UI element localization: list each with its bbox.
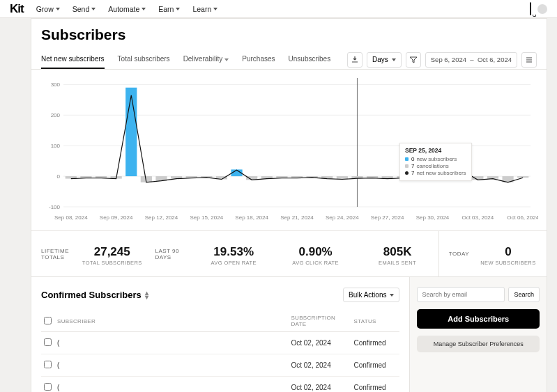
nav-learn[interactable]: Learn [192, 5, 218, 13]
col-date: SUBSCRIPTION DATE [288, 311, 351, 332]
nav-automate[interactable]: Automate [108, 5, 146, 13]
chevron-down-icon [142, 8, 146, 10]
menu-icon[interactable] [521, 52, 537, 68]
svg-rect-11 [125, 88, 137, 176]
svg-text:Sep 18, 2024: Sep 18, 2024 [235, 214, 268, 221]
tab-total-subscribers[interactable]: Total subscribers [118, 50, 170, 69]
svg-text:Sep 09, 2024: Sep 09, 2024 [100, 214, 133, 221]
stat-emails-sent: 805KEMAILS SENT [356, 242, 438, 266]
svg-text:Sep 30, 2024: Sep 30, 2024 [416, 214, 450, 221]
download-icon[interactable] [347, 52, 363, 68]
nav-send[interactable]: Send [73, 5, 96, 13]
svg-text:Sep 12, 2024: Sep 12, 2024 [145, 214, 178, 221]
svg-rect-41 [517, 176, 528, 178]
tabs-row: Net new subscribersTotal subscribersDeli… [31, 43, 547, 70]
tooltip-row: 0new subscribers [405, 156, 466, 162]
svg-text:Sep 27, 2024: Sep 27, 2024 [371, 214, 404, 221]
notifications-icon[interactable] [530, 3, 531, 15]
brand-logo[interactable]: Kit [10, 2, 24, 16]
stat-open-rate: 19.53%AVG OPEN RATE [192, 242, 274, 266]
stats-row: LIFETIME TOTALS 27,245 TOTAL SUBSCRIBERS… [31, 230, 547, 276]
chart-container: -1000100200300Sep 08, 2024Sep 09, 2024Se… [31, 70, 547, 230]
confirmed-subscribers-title[interactable]: Confirmed Subscribers ▴▾ [41, 290, 148, 300]
select-all-checkbox[interactable] [44, 317, 52, 324]
page-title: Subscribers [41, 26, 537, 43]
manage-preferences-button[interactable]: Manage Subscriber Preferences [417, 336, 540, 352]
svg-text:100: 100 [51, 143, 61, 149]
granularity-select[interactable]: Days [367, 52, 402, 68]
sort-icon: ▴▾ [145, 291, 148, 299]
stat-total-subscribers: 27,245 TOTAL SUBSCRIBERS [79, 242, 145, 266]
svg-text:-100: -100 [49, 204, 61, 210]
stat-today-new: 0NEW SUBSCRIBERS [470, 242, 547, 266]
col-subscriber: SUBSCRIBER [54, 311, 288, 332]
search-input[interactable] [417, 287, 505, 302]
nav-grow[interactable]: Grow [36, 5, 60, 13]
stat-click-rate: 0.90%AVG CLICK RATE [275, 242, 356, 266]
chevron-down-icon [213, 8, 218, 10]
chevron-down-icon [176, 8, 180, 10]
table-row[interactable]: (Oct 02, 2024Confirmed [41, 332, 399, 354]
today-label: TODAY [439, 251, 470, 257]
nav-earn[interactable]: Earn [158, 5, 180, 13]
svg-text:Sep 15, 2024: Sep 15, 2024 [190, 214, 224, 221]
tab-unsubscribes[interactable]: Unsubscribes [289, 50, 331, 69]
chevron-down-icon [91, 8, 96, 10]
tab-net-new-subscribers[interactable]: Net new subscribers [41, 50, 105, 69]
svg-text:0: 0 [57, 173, 61, 180]
filter-icon[interactable] [406, 52, 421, 68]
tooltip-row: 7net new subscribers [405, 170, 466, 176]
avatar[interactable] [537, 4, 547, 14]
svg-text:Oct 06, 2024: Oct 06, 2024 [507, 214, 538, 221]
date-range-picker[interactable]: Sep 6, 2024 – Oct 6, 2024 [425, 52, 517, 68]
table-row[interactable]: (Oct 02, 2024Confirmed [41, 377, 399, 393]
tab-deliverability[interactable]: Deliverability [183, 50, 229, 69]
chevron-down-icon [56, 8, 60, 10]
top-nav: Kit Grow Send Automate Earn Learn [0, 0, 557, 18]
chart-tooltip: SEP 25, 2024 0new subscribers7cancellati… [399, 143, 472, 181]
search-button[interactable]: Search [508, 287, 540, 302]
tab-purchases[interactable]: Purchases [242, 50, 275, 69]
svg-text:Sep 08, 2024: Sep 08, 2024 [54, 214, 88, 221]
lifetime-label: LIFETIME TOTALS [31, 248, 79, 260]
svg-text:Sep 24, 2024: Sep 24, 2024 [326, 214, 359, 221]
tooltip-row: 7cancellations [405, 163, 466, 169]
main-panel: Subscribers Net new subscribersTotal sub… [31, 18, 547, 392]
last90-label: LAST 90 DAYS [145, 248, 192, 260]
subscribers-table: SUBSCRIBER SUBSCRIPTION DATE STATUS (Oct… [41, 311, 399, 392]
row-checkbox[interactable] [44, 338, 52, 346]
chevron-down-icon [224, 58, 229, 61]
col-status: STATUS [351, 311, 399, 332]
row-checkbox[interactable] [44, 383, 52, 391]
table-row[interactable]: (Oct 02, 2024Confirmed [41, 354, 399, 377]
svg-text:Oct 03, 2024: Oct 03, 2024 [461, 214, 494, 221]
svg-text:200: 200 [51, 112, 61, 118]
svg-text:300: 300 [51, 81, 61, 88]
svg-text:Sep 21, 2024: Sep 21, 2024 [280, 214, 314, 221]
add-subscribers-button[interactable]: Add Subscribers [417, 309, 540, 329]
row-checkbox[interactable] [44, 361, 52, 368]
bulk-actions-dropdown[interactable]: Bulk Actions [343, 288, 399, 302]
